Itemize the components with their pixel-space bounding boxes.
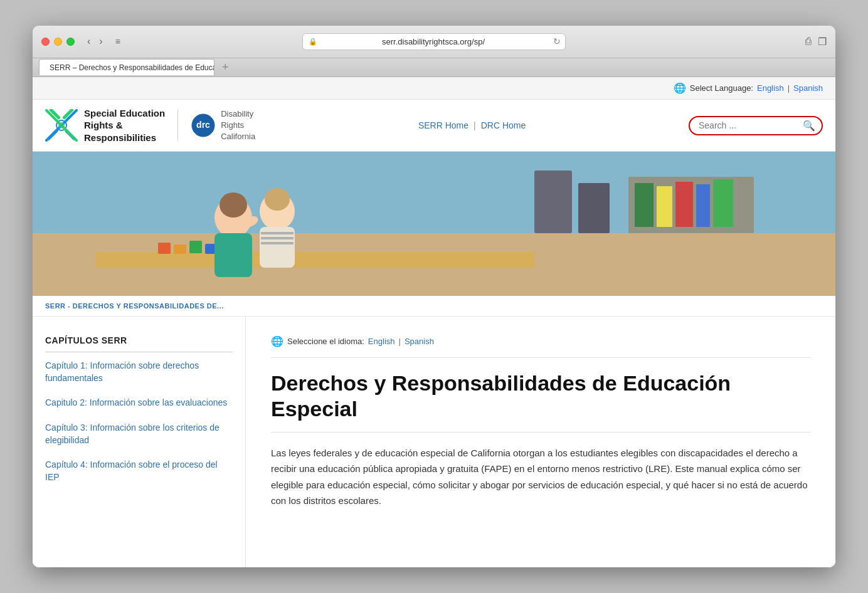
- content-spanish-link[interactable]: Spanish: [405, 337, 434, 346]
- serr-logo-icon: [45, 109, 78, 142]
- page-body-text: Las leyes federales y de educación espec…: [271, 445, 810, 509]
- sidebar-link-3[interactable]: Capítulo 3: Información sobre los criter…: [45, 422, 233, 446]
- content-lang-globe-icon: 🌐: [271, 335, 283, 347]
- english-language-link[interactable]: English: [757, 83, 784, 93]
- nav-separator: |: [474, 120, 476, 130]
- share-button[interactable]: ⎙: [805, 36, 812, 47]
- logo-area: Special Education Rights & Responsibilit…: [45, 107, 255, 144]
- search-input[interactable]: [699, 120, 799, 130]
- refresh-button[interactable]: ↻: [553, 36, 561, 46]
- reader-view-button[interactable]: ≡: [110, 34, 125, 48]
- sidebar-title: CAPÍTULOS SERR: [45, 335, 233, 352]
- search-icon: 🔍: [803, 120, 815, 131]
- hero-svg: [33, 152, 835, 296]
- back-button[interactable]: ‹: [83, 34, 94, 49]
- ssl-lock-icon: 🔒: [309, 38, 317, 46]
- url-bar[interactable]: [302, 33, 566, 50]
- main-layout: CAPÍTULOS SERR Capítulo 1: Información s…: [33, 317, 835, 567]
- logo-divider: [177, 110, 178, 141]
- drc-text: Disability Rights California: [221, 108, 255, 143]
- close-button[interactable]: [41, 38, 50, 46]
- drc-logo: drc Disability Rights California: [191, 108, 255, 143]
- sidebar-link-2[interactable]: Capitulo 2: Información sobre las evalua…: [45, 397, 233, 409]
- breadcrumb-text: SERR - DERECHOS Y RESPONSABILIDADES DE..…: [45, 302, 224, 310]
- forward-button[interactable]: ›: [95, 34, 106, 49]
- sidebar-link-1[interactable]: Capítulo 1: Información sobre derechos f…: [45, 360, 233, 384]
- duplicate-button[interactable]: ❐: [818, 36, 827, 48]
- language-bar: 🌐 Select Language: English | Spanish: [33, 77, 835, 100]
- language-label: Select Language:: [690, 83, 753, 93]
- svg-text:drc: drc: [196, 120, 210, 130]
- minimize-button[interactable]: [54, 38, 62, 46]
- new-tab-button[interactable]: +: [218, 61, 233, 74]
- serr-logo: Special Education Rights & Responsibilit…: [45, 107, 165, 144]
- language-globe-icon: 🌐: [674, 82, 686, 94]
- traffic-lights: [41, 38, 75, 46]
- page-title: Derechos y Responsabilidades de Educació…: [271, 370, 810, 433]
- browser-tab[interactable]: SERR – Derechos y Responsabilidades de E…: [39, 59, 214, 75]
- drc-home-link[interactable]: DRC Home: [481, 120, 526, 130]
- main-content: 🌐 Seleccione el idioma: English | Spanis…: [246, 317, 835, 567]
- content-language-bar: 🌐 Seleccione el idioma: English | Spanis…: [271, 335, 810, 358]
- spanish-language-link[interactable]: Spanish: [793, 83, 823, 93]
- site-header: Special Education Rights & Responsibilit…: [33, 100, 835, 152]
- language-separator: |: [788, 83, 790, 93]
- hero-image: [33, 152, 835, 296]
- content-lang-label: Seleccione el idioma:: [287, 337, 364, 346]
- sidebar-link-4[interactable]: Capítulo 4: Información sobre el proceso…: [45, 459, 233, 483]
- maximize-button[interactable]: [66, 38, 75, 46]
- main-navigation: SERR Home | DRC Home: [418, 120, 526, 130]
- sidebar: CAPÍTULOS SERR Capítulo 1: Información s…: [33, 317, 246, 567]
- tab-title: SERR – Derechos y Responsabilidades de E…: [50, 63, 214, 72]
- svg-rect-36: [33, 152, 835, 296]
- content-lang-sep: |: [399, 337, 401, 346]
- serr-logo-text: Special Education Rights & Responsibilit…: [84, 107, 165, 144]
- search-area: 🔍: [689, 116, 823, 135]
- breadcrumb: SERR - DERECHOS Y RESPONSABILIDADES DE..…: [33, 296, 835, 317]
- search-button[interactable]: 🔍: [803, 120, 815, 132]
- drc-logo-icon: drc: [191, 113, 216, 138]
- content-english-link[interactable]: English: [368, 337, 395, 346]
- svg-point-7: [58, 122, 65, 129]
- search-oval-decoration: 🔍: [689, 116, 823, 135]
- serr-home-link[interactable]: SERR Home: [418, 120, 468, 130]
